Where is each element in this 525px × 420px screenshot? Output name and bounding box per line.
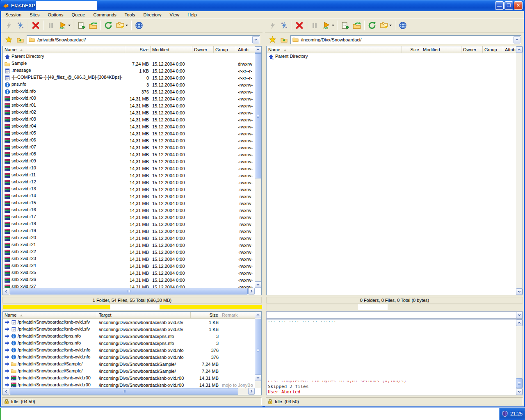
dropdown-arrow-icon[interactable] [68,25,71,26]
column-header-modified[interactable]: Modified [421,46,461,53]
file-row[interactable]: snb-xvid.r1314,31 MB15.12.2004 0:00-rwxr… [3,186,255,193]
folder-tools-icon[interactable] [114,20,129,31]
site-globe-icon[interactable] [397,20,408,31]
column-header-attrib[interactable]: Attrib [236,46,254,53]
column-header-size[interactable]: Size [125,46,151,53]
right-path-combobox[interactable]: /incoming/Divx/Snowboardaci/ [290,35,521,44]
system-tray[interactable]: 21:25 [499,408,525,420]
abort-icon[interactable] [294,20,305,31]
column-header-group[interactable]: Group [214,46,236,53]
log-vertical-scrollbar[interactable] [516,320,523,395]
queue-row[interactable]: /privatdir/Snowboardaci/snb-xvid.sfv/inc… [3,326,255,333]
file-row[interactable]: Sample7,24 MB15.12.2004 0:00drwxrw [3,60,255,67]
file-row[interactable]: snb-xvid.r1814,31 MB15.12.2004 0:00-rwxr… [3,221,255,228]
minimize-button[interactable]: — [495,1,504,10]
file-row[interactable]: snb-xvid.r2214,31 MB15.12.2004 0:00-rwxr… [3,249,255,256]
file-row[interactable]: snb-xvid.r0714,31 MB15.12.2004 0:00-rwxr… [3,144,255,151]
file-row[interactable]: Parent Directory [267,53,516,60]
menu-item-commands[interactable]: Commands [89,11,121,18]
menu-item-sites[interactable]: Sites [25,11,43,18]
column-header-target[interactable]: Target [97,312,191,318]
scroll-up-button[interactable] [255,46,261,53]
refresh-icon[interactable] [103,20,114,31]
file-row[interactable]: snb-xvid.r2714,31 MB15.12.2004 0:00-rwxr… [3,283,255,288]
column-header-owner[interactable]: Owner [461,46,483,53]
scroll-thumb[interactable] [10,288,248,294]
file-row[interactable]: snb-xvid.r2614,31 MB15.12.2004 0:00-rwxr… [3,276,255,283]
left-path-combobox[interactable]: /privatdir/Snowboardaci/ [27,35,260,44]
column-header-owner[interactable]: Owner [192,46,214,53]
file-row[interactable]: snb-xvid.r0414,31 MB15.12.2004 0:00-rwxr… [3,123,255,130]
queue-horizontal-scrollbar[interactable] [3,388,255,395]
file-row[interactable]: snb-xvid.r2314,31 MB15.12.2004 0:00-rwxr… [3,256,255,262]
column-header-name[interactable]: Name [267,46,402,53]
file-row[interactable]: snb-xvid.r0514,31 MB15.12.2004 0:00-rwxr… [3,130,255,137]
file-row[interactable]: snb-xvid.r1714,31 MB15.12.2004 0:00-rwxr… [3,214,255,221]
dropdown-arrow-icon[interactable] [332,25,334,26]
file-row[interactable]: snb-xvid.r1014,31 MB15.12.2004 0:00-rwxr… [3,165,255,172]
scroll-up-button[interactable] [516,46,523,53]
transfer-icon[interactable] [88,20,98,31]
file-row[interactable]: snb-xvid.r1614,31 MB15.12.2004 0:00-rwxr… [3,207,255,214]
file-row[interactable]: snb-xvid.r0914,31 MB15.12.2004 0:00-rwxr… [3,158,255,165]
file-row[interactable]: snb-xvid.r0814,31 MB15.12.2004 0:00-rwxr… [3,151,255,158]
go-queue-icon[interactable] [57,20,72,31]
queue-row[interactable]: /privatdir/Snowboardaci/Sample//incoming… [3,368,255,374]
taskbar[interactable]: 21:25 [0,407,525,420]
queue-row[interactable]: /privatdir/Snowboardaci/snb-xvid.nfo/inc… [3,347,255,354]
file-row[interactable]: snb-xvid.r0214,31 MB15.12.2004 0:00-rwxr… [3,109,255,116]
scroll-up-button[interactable] [516,320,523,326]
transfer-icon[interactable] [352,20,362,31]
scroll-thumb[interactable] [516,378,523,388]
up-directory-icon[interactable] [279,35,289,44]
queue-row[interactable]: /privatdir/Snowboardaci/snb-xvid.sfv/inc… [3,319,255,326]
folder-tools-icon[interactable] [378,20,393,31]
queue-row[interactable]: /privatdir/Snowboardaci/Sample//incoming… [3,361,255,368]
start-button-edge[interactable] [0,408,1,420]
file-row[interactable]: snb-xvid.r2114,31 MB15.12.2004 0:00-rwxr… [3,242,255,249]
column-header-size[interactable]: Size [402,46,421,53]
left-horizontal-scrollbar[interactable] [3,288,255,295]
column-header-modified[interactable]: Modified [151,46,192,53]
scroll-down-button[interactable] [255,281,261,288]
file-row[interactable]: snb-xvid.r1214,31 MB15.12.2004 0:00-rwxr… [3,179,255,186]
file-row[interactable]: snb-xvid.r2414,31 MB15.12.2004 0:00-rwxr… [3,262,255,269]
file-row[interactable]: snb-xvid.r0114,31 MB15.12.2004 0:00-rwxr… [3,102,255,109]
menu-item-options[interactable]: Options [44,11,68,18]
file-row[interactable]: .message1 KB15.12.2004 0:00-r-xr--r- [3,67,255,74]
column-header-name[interactable]: Name [3,312,97,318]
restore-button[interactable]: ❐ [504,1,513,10]
scroll-up-button[interactable] [255,312,261,318]
scroll-down-button[interactable] [516,388,523,395]
file-row[interactable]: snb-xvid.r2014,31 MB15.12.2004 0:00-rwxr… [3,235,255,242]
favorites-star-icon[interactable] [4,35,14,44]
queue-row[interactable]: /privatdir/Snowboardaci/pns.nfo/incoming… [3,333,255,340]
go-queue-icon[interactable] [321,20,336,31]
file-row[interactable]: snb-xvid.r0314,31 MB15.12.2004 0:00-rwxr… [3,116,255,123]
session-log[interactable]: ··· ··· ···· ··· ·· ······ List complete… [266,319,523,395]
scroll-right-button[interactable] [248,288,255,294]
left-vertical-scrollbar[interactable] [255,46,261,288]
file-row[interactable]: snb-xvid.r1914,31 MB15.12.2004 0:00-rwxr… [3,228,255,235]
queue-row[interactable]: /privatdir/Snowboardaci/snb-xvid.r00/inc… [3,374,255,381]
scroll-thumb[interactable] [255,53,261,178]
file-row[interactable]: Parent Directory [3,53,255,60]
file-row[interactable]: snb-xvid.r2514,31 MB15.12.2004 0:00-rwxr… [3,269,255,276]
scroll-left-button[interactable] [3,288,9,294]
refresh-icon[interactable] [367,20,377,31]
file-row[interactable]: snb-xvid.r1114,31 MB15.12.2004 0:00-rwxr… [3,172,255,179]
scroll-down-button[interactable] [255,374,261,381]
close-button[interactable]: ✕ [514,1,523,10]
file-row[interactable]: snb-xvid.r0614,31 MB15.12.2004 0:00-rwxr… [3,137,255,144]
scroll-thumb[interactable] [255,319,261,381]
dropdown-arrow-icon[interactable] [389,25,392,26]
right-vertical-scrollbar[interactable] [516,46,523,295]
quick-connect-icon[interactable] [279,20,290,31]
scroll-right-button[interactable] [248,388,255,395]
column-header-size[interactable]: Size [191,312,220,318]
file-row[interactable]: snb-xvid.nfo37615.12.2004 0:00-rwxrw- [3,88,255,95]
scroll-thumb[interactable] [10,388,238,395]
scroll-left-button[interactable] [3,388,9,395]
file-row[interactable]: -[--COMPLETE--]-[49_filez_@_696.3_MB]-[3… [3,74,255,81]
queue-row[interactable]: /privatdir/Snowboardaci/snb-xvid.nfo/inc… [3,354,255,361]
